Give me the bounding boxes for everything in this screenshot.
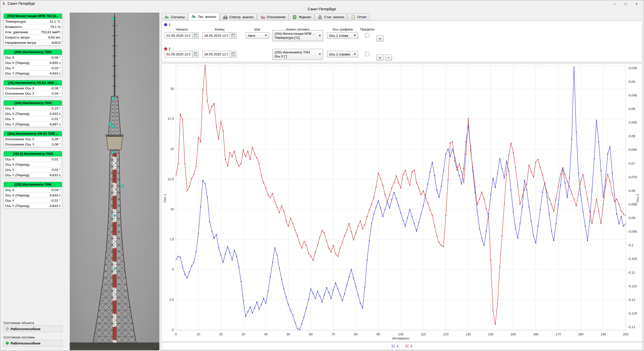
chart[interactable]: 0102030405060708090100110120130140150160… <box>161 64 642 342</box>
series-1-step-select[interactable]: Авто <box>246 32 269 39</box>
sensor-param-value: -0,04 ° <box>51 188 61 192</box>
sensor-param-label: Ось X (Период) <box>5 112 29 116</box>
sensor-row: Отклонение Ось X0,05 ° <box>4 136 62 142</box>
sensor-param-label: Ось Y (Период) <box>5 204 29 208</box>
svg-text:70: 70 <box>332 332 335 336</box>
analysis-controls-panel: 1 Начало Конец Шаг Канал датчика Ось гра… <box>161 20 642 62</box>
sensor-param-value: 9,93 м/с <box>48 36 61 39</box>
page-title: Санкт-Петербург <box>0 7 644 12</box>
sensor-row: Ось Y (Период)4,633 с <box>4 71 62 76</box>
sensor-row: Ось X-0,08 ° <box>4 55 62 60</box>
sensor-card: (204) Метеостанция МПВ 702.18...Температ… <box>4 13 62 46</box>
series-2-axis-select[interactable]: Ось 2 справа <box>327 51 358 57</box>
series-1-channel-line1: (204) Метеостанция МПВ ... <box>274 32 315 36</box>
svg-text:-0,085: -0,085 <box>628 202 637 206</box>
add-series-button[interactable]: + <box>376 35 383 42</box>
svg-text:30: 30 <box>241 332 245 336</box>
antenna-tip <box>114 13 115 17</box>
svg-text:-0,13: -0,13 <box>628 325 635 329</box>
sensor-card-title[interactable]: (104) Инклинометр 7054 <box>4 100 62 106</box>
svg-text:0: 0 <box>175 332 177 336</box>
series-1-end-calendar-button[interactable] <box>230 32 236 39</box>
sensor-param-label: Ось X <box>5 188 14 192</box>
tab-label: Тех. анализ <box>198 15 216 19</box>
step-label: Шаг <box>246 27 269 31</box>
series-2-end-group <box>202 51 236 57</box>
sensor-param-value: 0,02 ° <box>52 168 61 172</box>
tab-spectrum-analysis[interactable]: Спектр. анализ <box>220 13 257 20</box>
sensor-row: Температура11,1 °C <box>4 19 62 24</box>
series-2-start-calendar-button[interactable] <box>192 51 199 57</box>
series-1-end-input[interactable] <box>202 32 230 39</box>
calendar-icon <box>231 52 235 57</box>
close-button[interactable]: × <box>631 0 642 7</box>
sensor-param-label: Отклонение Ось Y <box>5 143 34 146</box>
tab-stat-analysis[interactable]: Стат. анализ <box>315 13 347 20</box>
journal-icon <box>292 15 297 20</box>
sensor-card-title[interactable]: (164) Инклинометр AN-D3 7200 ... <box>4 131 62 136</box>
series-1-channel-select[interactable]: (204) Метеостанция МПВ ... Температура [… <box>272 30 323 41</box>
tab-report[interactable]: Отчет <box>348 13 370 20</box>
chevron-down-icon <box>319 54 321 55</box>
series-1-tag: 1 <box>164 23 170 26</box>
tab-signals[interactable]: Сигналы <box>161 13 188 20</box>
series-1-start-calendar-button[interactable] <box>192 32 199 39</box>
chevron-down-icon <box>319 35 321 37</box>
series-2-channel-select[interactable]: (200) Инклинометр 7054 Ось X [°] <box>272 49 323 60</box>
sensor-param-value: 79,1 % <box>50 25 61 29</box>
legend-marker-icon <box>391 344 395 348</box>
series-2-start-input[interactable] <box>165 51 192 57</box>
legend-item-1[interactable]: 1 <box>391 344 399 348</box>
sensor-param-label: Ось Y <box>5 199 14 202</box>
sensor-card-title[interactable]: (301.5) Инклинометр 7054 <box>4 151 62 157</box>
series-1-limits-checkbox[interactable] <box>365 33 369 38</box>
svg-text:-0,05: -0,05 <box>628 107 635 111</box>
sensor-row: Ось Y (Период)4,697 с <box>4 122 62 127</box>
sensor-param-value: 4,697 с <box>50 122 61 126</box>
svg-text:-0,065: -0,065 <box>628 148 637 152</box>
tab-deviation[interactable]: Отклонение <box>257 13 289 20</box>
analysis-chart[interactable]: 0102030405060708090100110120130140150160… <box>162 64 642 341</box>
series-1-axis-select[interactable]: Ось 1 слева <box>327 32 358 39</box>
add-series-button[interactable]: + <box>376 54 383 61</box>
legend-item-2[interactable]: 2 <box>405 344 412 348</box>
maximize-button[interactable]: □ <box>620 0 631 7</box>
sensor-card-title[interactable]: (232) Инклинометр 7054 <box>4 182 62 187</box>
tab-tech-analysis[interactable]: Тех. анализ <box>188 13 219 20</box>
sensor-param-label: Скорость ветра <box>5 36 29 39</box>
svg-text:180: 180 <box>578 332 584 336</box>
svg-text:-0,08: -0,08 <box>628 189 635 193</box>
series-1-start-input[interactable] <box>165 32 192 39</box>
svg-text:40: 40 <box>264 332 268 336</box>
tab-label: Журнал <box>299 15 311 19</box>
svg-text:80: 80 <box>354 332 357 336</box>
series-2-end-input[interactable] <box>202 51 230 57</box>
sensor-row: Отклонение Ось Y0,04 ° <box>4 91 62 96</box>
minimize-button[interactable]: – <box>609 0 620 7</box>
sensor-card-title[interactable]: (25) Инклинометр AN-D3 3600 ... <box>4 80 62 86</box>
system-status-label: Состояние системы <box>4 335 62 339</box>
series-2-limits-checkbox[interactable] <box>365 52 369 56</box>
sensor-param-label: Ось X (Период) <box>5 163 29 166</box>
sensor-param-label: Ось X <box>5 56 14 59</box>
sensor-param-value: 0,05 ° <box>52 137 61 141</box>
sensor-param-label: Ось Y (Период) <box>5 122 29 126</box>
legend-label: 2 <box>410 344 412 348</box>
sensor-param-value: -0,01 ° <box>51 199 61 202</box>
tab-journal[interactable]: Журнал <box>289 13 314 20</box>
svg-text:-0,125: -0,125 <box>628 311 637 315</box>
sensor-marker <box>121 185 124 187</box>
remove-series-button[interactable]: − <box>385 54 392 61</box>
tower-antenna <box>114 17 115 97</box>
sensor-row: Отклонение Ось Y0,06 ° <box>4 142 62 147</box>
svg-text:20: 20 <box>219 332 223 336</box>
sensor-row: Ось X (Период)4,633 с <box>4 111 62 116</box>
sensor-card: (200) Инклинометр 7054Ось X-0,08 °Ось X … <box>4 49 62 76</box>
series-2-end-calendar-button[interactable] <box>230 51 236 57</box>
sensor-param-value: -0,08 ° <box>51 56 61 59</box>
series-2-start-group <box>165 51 199 57</box>
sensor-card-title[interactable]: (200) Инклинометр 7054 <box>4 50 62 55</box>
svg-text:-0,115: -0,115 <box>628 284 637 288</box>
svg-text:-0: -0 <box>171 328 174 332</box>
sensor-card-title[interactable]: (204) Метеостанция МПВ 702.18... <box>4 14 62 19</box>
